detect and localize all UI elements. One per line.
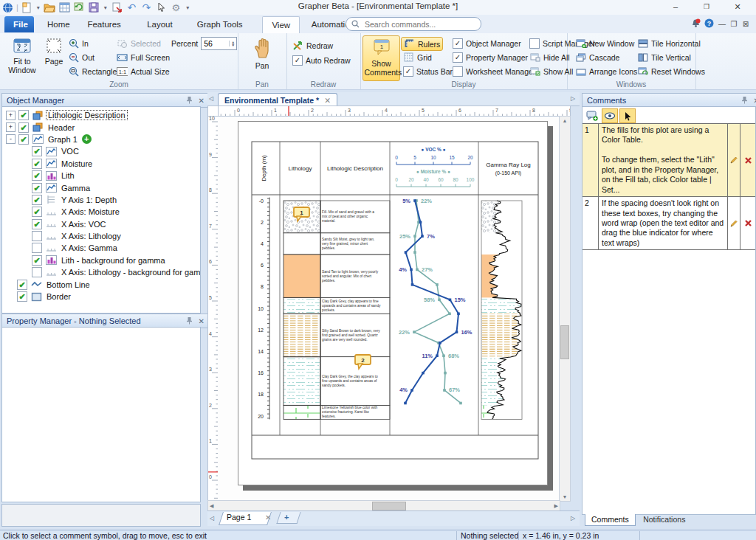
tree-item-lithologic-description[interactable]: +✔Lithologic Description xyxy=(2,109,200,121)
doc-restore-icon[interactable]: ❐ xyxy=(728,18,740,30)
windows-cascade[interactable]: Cascade xyxy=(573,51,622,63)
options-gear-icon[interactable]: ⚙ xyxy=(170,1,182,13)
restore-button[interactable]: ❐ xyxy=(694,0,719,14)
lithology-interval[interactable] xyxy=(284,405,320,419)
document-tab[interactable]: Environmental Template * ✕ xyxy=(218,93,337,106)
search-input[interactable] xyxy=(363,19,475,30)
save-icon[interactable] xyxy=(88,1,100,13)
comment-row[interactable]: 2If the spacing doesn't look right on th… xyxy=(583,197,755,250)
save-dropdown-icon[interactable]: ▾ xyxy=(103,1,109,13)
visibility-checkbox[interactable]: ✔ xyxy=(32,219,42,229)
help-icon[interactable]: ? xyxy=(703,18,715,30)
display-object-manager[interactable]: ✓Object Manager xyxy=(450,37,523,49)
visibility-checkbox[interactable]: ✔ xyxy=(18,110,29,120)
tree-item-gamma[interactable]: ✔Gamma xyxy=(2,181,200,193)
document-tab-close-icon[interactable]: ✕ xyxy=(324,96,331,105)
visibility-checkbox[interactable]: ✔ xyxy=(32,146,42,156)
visibility-checkbox[interactable]: ✔ xyxy=(17,291,27,302)
visibility-checkbox[interactable]: ✔ xyxy=(32,195,42,205)
display-property-manager[interactable]: ✓Property Manager xyxy=(450,51,530,63)
windows-arrange-icons[interactable]: Arrange Icons xyxy=(573,65,639,77)
tab-scroll-right-icon[interactable]: ▷ xyxy=(571,95,575,102)
visibility-checkbox[interactable]: ✔ xyxy=(32,159,42,169)
visibility-checkbox[interactable] xyxy=(32,231,42,241)
pointer-icon[interactable] xyxy=(155,1,168,13)
zoom-percent-input[interactable] xyxy=(202,38,229,49)
object-manager-header[interactable]: Object Manager ✕ xyxy=(1,93,210,108)
tree-item-voc[interactable]: ✔VOC xyxy=(2,145,200,157)
page-tab-scroll-right-icon[interactable]: ▷ xyxy=(571,515,575,522)
comment-row[interactable]: 1The fills for this plot are using a Col… xyxy=(583,124,755,197)
scroll-left-icon[interactable]: ◀ xyxy=(210,503,213,509)
tree-item-x-axis-lithology[interactable]: X Axis: Lithology xyxy=(2,230,200,242)
display-worksheet-manager[interactable]: Worksheet Manager xyxy=(450,65,537,77)
notification-bell-icon[interactable] xyxy=(690,18,701,30)
app-logo-icon[interactable] xyxy=(1,1,14,13)
lithology-interval[interactable] xyxy=(284,233,320,255)
scroll-right-icon[interactable]: ▶ xyxy=(554,503,558,509)
tree-item-border[interactable]: ✔Border xyxy=(2,291,200,302)
visibility-checkbox[interactable]: ✔ xyxy=(18,134,29,145)
display-grid[interactable]: Grid xyxy=(401,51,434,63)
tree-item-lith[interactable]: ✔Lith xyxy=(2,170,200,181)
visibility-checkbox[interactable]: ✔ xyxy=(32,255,42,266)
full-screen-button[interactable]: Full Screen xyxy=(117,51,170,63)
horizontal-scroll-thumb[interactable] xyxy=(372,502,406,510)
lithology-interval[interactable] xyxy=(284,314,320,356)
lithology-interval[interactable] xyxy=(284,357,320,406)
vertical-scroll-thumb[interactable] xyxy=(560,325,569,359)
comment-marker[interactable]: 2 xyxy=(355,355,371,369)
pan-button[interactable]: Pan xyxy=(247,35,277,70)
tree-item-header[interactable]: +✔Header xyxy=(2,121,200,133)
print-preview-icon[interactable] xyxy=(111,1,123,13)
close-button[interactable]: ✕ xyxy=(725,0,750,14)
toolbar-overflow-icon[interactable]: ▾ xyxy=(185,1,191,13)
windows-tile-vertical[interactable]: Tile Vertical xyxy=(635,51,693,63)
tree-item-x-axis-voc[interactable]: ✔X Axis: VOC xyxy=(2,218,200,230)
doc-minimize-icon[interactable]: — xyxy=(716,18,728,30)
bottom-tab-notifications[interactable]: Notifications xyxy=(637,514,691,525)
ribbon-tab-view[interactable]: View xyxy=(262,16,300,33)
property-manager-header[interactable]: Property Manager - Nothing Selected ✕ xyxy=(1,314,210,328)
delete-comment-button[interactable] xyxy=(740,124,755,196)
drawing-canvas[interactable]: Depth (m)LithologyLithologic Description… xyxy=(218,116,559,501)
doc-close-icon[interactable]: ⊠ xyxy=(740,18,752,30)
tree-item-x-axis-gamma[interactable]: X Axis: Gamma xyxy=(2,242,200,254)
zoom-in-button[interactable]: In xyxy=(68,37,89,49)
collapse-icon[interactable]: - xyxy=(6,134,16,144)
tree-item-lith-background-for-gamma[interactable]: ✔Lith - background for gamma xyxy=(2,255,200,266)
new-document-icon[interactable] xyxy=(21,1,33,13)
redraw-button[interactable]: Redraw xyxy=(292,39,333,52)
display-status-bar[interactable]: ✓Status Bar xyxy=(401,65,455,77)
close-panel-icon[interactable]: ✕ xyxy=(199,317,205,325)
visibility-checkbox[interactable] xyxy=(32,243,42,253)
windows-tile-horizontal[interactable]: Tile Horizontal xyxy=(635,37,703,49)
ribbon-tab-features[interactable]: Features xyxy=(78,16,129,32)
reload-icon[interactable] xyxy=(73,1,86,13)
scroll-up-icon[interactable]: ▲ xyxy=(560,118,570,123)
visibility-checkbox[interactable]: ✔ xyxy=(32,170,42,181)
actual-size-button[interactable]: 1:1 Actual Size xyxy=(117,65,170,77)
pin-icon[interactable] xyxy=(186,316,193,326)
edit-comment-button[interactable] xyxy=(727,197,740,249)
pin-icon[interactable] xyxy=(186,96,193,105)
expand-icon[interactable]: + xyxy=(6,111,16,120)
command-search[interactable] xyxy=(346,17,481,31)
expand-icon[interactable]: + xyxy=(6,122,16,132)
visibility-checkbox[interactable]: ✔ xyxy=(32,207,42,217)
show-comments-toggle-button[interactable] xyxy=(602,108,618,123)
ribbon-tab-graph-tools[interactable]: Graph Tools xyxy=(188,16,252,32)
new-dropdown-icon[interactable]: ▾ xyxy=(35,1,41,13)
add-comment-button[interactable] xyxy=(584,108,600,123)
display-hide-all[interactable]: Hide All xyxy=(527,51,572,63)
tree-item-x-axis-lithology-background-for-gam[interactable]: X Axis: Lithology - background for gam xyxy=(2,266,200,278)
ribbon-tab-home[interactable]: Home xyxy=(38,16,79,32)
add-plot-icon[interactable]: + xyxy=(82,134,92,144)
visibility-checkbox[interactable] xyxy=(32,267,42,277)
add-page-icon[interactable]: + xyxy=(284,513,289,522)
tree-item-y-axis-1-depth[interactable]: ✔Y Axis 1: Depth xyxy=(2,194,200,206)
page-tab-scroll-left-icon[interactable]: ◁ xyxy=(210,515,214,522)
windows-reset-windows[interactable]: Reset Windows xyxy=(635,65,707,77)
visibility-checkbox[interactable]: ✔ xyxy=(32,183,42,193)
ribbon-tab-file[interactable]: File xyxy=(4,16,34,32)
